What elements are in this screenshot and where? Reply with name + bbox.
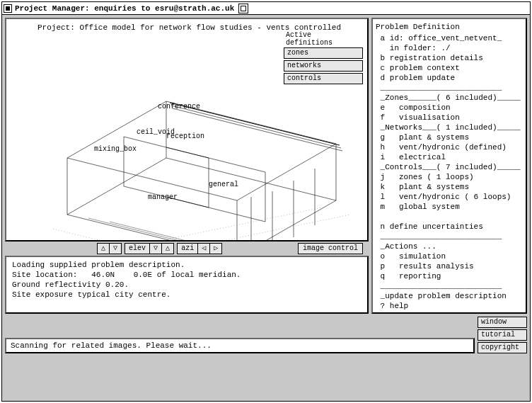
view-toolbar: △ ▽ elev ▽ △ azi ◁ ▷ image control [5, 243, 369, 254]
menu-item-update[interactable]: d problem update [376, 73, 523, 83]
zone-label-conference: conference [158, 103, 200, 110]
menu-item-context[interactable]: c problem context [376, 63, 523, 73]
svg-line-10 [166, 197, 265, 222]
menu-separator: __________________________ [376, 232, 523, 242]
status-bar: Scanning for related images. Please wait… [5, 338, 475, 353]
elev-label-button[interactable]: elev [125, 244, 150, 254]
menu-item-id[interactable]: a id: office_vent_netvent_ [376, 33, 523, 43]
elev-up-button[interactable]: △ [162, 244, 173, 254]
zone-label-general: general [209, 181, 238, 188]
app-window: Project Manager: enquiries to esru@strat… [1, 1, 531, 402]
menu-item-reporting[interactable]: q reporting [376, 271, 523, 281]
window-button[interactable]: window [478, 317, 527, 328]
menu-item-update-desc[interactable]: _update problem description [376, 291, 523, 301]
networks-header: _Networks___( 1 included)_____ [376, 123, 523, 132]
controls-header: _Controls___( 7 included)_____ [376, 162, 523, 172]
viewport-column: Project: Office model for network flow s… [5, 18, 369, 314]
menu-blank [376, 212, 523, 222]
console-line: Loading supplied problem description. [12, 261, 185, 269]
menu-item-visualisation[interactable]: f visualisation [376, 113, 523, 123]
image-control-button[interactable]: image control [298, 243, 363, 254]
window-title: Project Manager: enquiries to esru@strat… [15, 4, 234, 13]
azi-right-button[interactable]: ▷ [210, 244, 221, 254]
azi-left-button[interactable]: ◁ [198, 244, 210, 254]
zone-label-reception: reception [166, 132, 204, 140]
actions-header: _Actions ... [376, 242, 523, 251]
menu-item-plant-systems-2[interactable]: k plant & systems [376, 182, 523, 192]
azi-label-button[interactable]: azi [178, 244, 198, 254]
problem-definition-panel: Problem Definition a id: office_vent_net… [371, 18, 527, 314]
menu-separator: __________________________ [376, 281, 523, 291]
tutorial-button[interactable]: tutorial [478, 329, 527, 341]
menu-item-results[interactable]: p results analysis [376, 261, 523, 271]
zones-header: _Zones______( 6 included)_____ [376, 93, 523, 103]
console-line: Ground reflectivity 0.20. [12, 280, 129, 289]
console-output: Loading supplied problem description. Si… [5, 256, 369, 314]
azi-group: azi ◁ ▷ [177, 243, 222, 254]
menu-item-uncertainties[interactable]: n define uncertainties [376, 222, 523, 232]
menu-item-simulation[interactable]: o simulation [376, 251, 523, 261]
right-button-column: window tutorial copyright [478, 317, 527, 353]
app-menu-icon[interactable] [4, 4, 12, 13]
menu-item-vent-hydronic-defined[interactable]: h vent/hydronic (defined) [376, 142, 523, 152]
zone-label-manager: manager [148, 193, 178, 201]
menu-item-exit[interactable]: - exit this menu [376, 311, 523, 314]
svg-line-21 [173, 108, 342, 151]
menu-separator: __________________________ [376, 83, 523, 93]
elev-group: elev ▽ △ [125, 243, 174, 254]
svg-marker-0 [67, 158, 336, 242]
copyright-button[interactable]: copyright [478, 342, 527, 353]
menu-item-registration[interactable]: b registration details [376, 53, 523, 63]
menu-item-global-system[interactable]: m global system [376, 202, 523, 212]
bottom-row: Scanning for related images. Please wait… [5, 317, 527, 353]
svg-line-24 [81, 208, 322, 242]
sidebar-title: Problem Definition [376, 22, 523, 32]
menu-item-vent-hydronic-loops[interactable]: l vent/hydronic ( 6 loops) [376, 192, 523, 202]
zoom-up-button[interactable]: △ [98, 244, 110, 254]
console-line: Site location: 46.0N 0.0E of local merid… [12, 271, 241, 279]
wireframe-svg [25, 45, 364, 242]
menu-item-zones-loops[interactable]: j zones ( 1 loops) [376, 172, 523, 182]
model-viewport[interactable]: Project: Office model for network flow s… [5, 18, 369, 242]
svg-line-20 [171, 106, 341, 148]
client-area: Project: Office model for network flow s… [2, 15, 530, 401]
window-control-icon[interactable] [238, 4, 248, 13]
zoom-group: △ ▽ [97, 243, 122, 254]
menu-item-plant-systems-1[interactable]: g plant & systems [376, 132, 523, 142]
menu-item-composition[interactable]: e composition [376, 103, 523, 113]
titlebar: Project Manager: enquiries to esru@strat… [2, 2, 530, 15]
menu-item-id-folder: in folder: ./ [376, 43, 523, 53]
menu-item-electrical[interactable]: i electrical [376, 152, 523, 162]
svg-line-25 [110, 215, 350, 242]
elev-down-button[interactable]: ▽ [150, 244, 162, 254]
upper-row: Project: Office model for network flow s… [5, 18, 527, 314]
svg-line-12 [166, 147, 265, 172]
menu-item-help[interactable]: ? help [376, 301, 523, 311]
zone-label-mixing-box: mixing_box [94, 145, 137, 153]
zoom-down-button[interactable]: ▽ [110, 244, 121, 254]
console-line: Site exposure typical city centre. [12, 290, 170, 299]
